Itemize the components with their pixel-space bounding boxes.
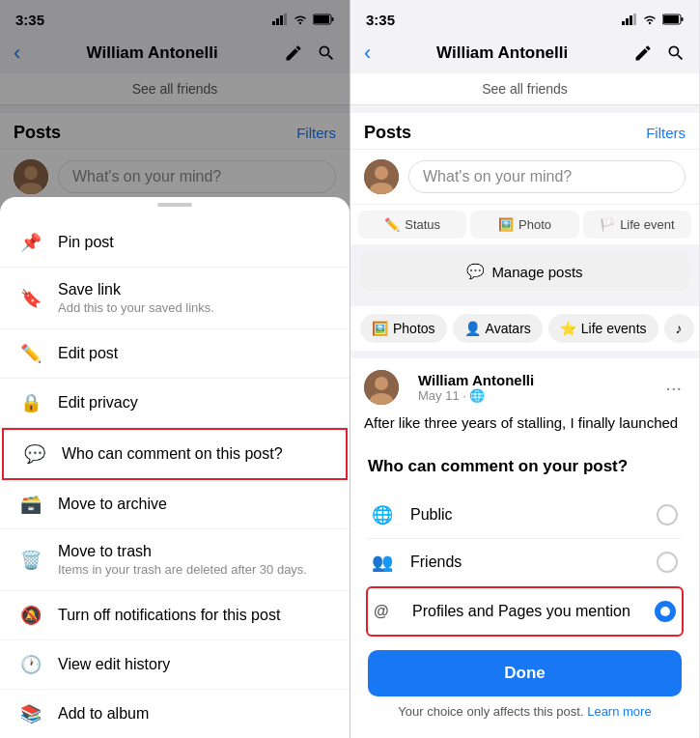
sheet-view-history[interactable]: 🕐 View edit history	[0, 640, 350, 690]
status-icon-right: ✏️	[384, 217, 400, 232]
sheet-handle	[157, 203, 192, 207]
svg-rect-13	[630, 15, 632, 25]
svg-rect-11	[622, 21, 625, 25]
history-icon: 🕐	[17, 654, 44, 675]
edit-post-label: Edit post	[58, 345, 332, 362]
pin-post-label: Pin post	[58, 234, 332, 251]
post-date: May 11 · 🌐	[418, 388, 661, 403]
search-icon-right[interactable]	[666, 43, 686, 63]
comment-dialog: Who can comment on your post? 🌐 Public 👥…	[350, 438, 699, 738]
sheet-add-album[interactable]: 📚 Add to album	[0, 690, 350, 738]
sheet-pin-post[interactable]: 📌 Pin post	[0, 218, 350, 268]
nav-bar-right: ‹ William Antonelli	[350, 35, 699, 73]
mention-icon: @	[374, 603, 401, 620]
post-more-button[interactable]: ···	[661, 377, 686, 399]
radio-friends[interactable]	[657, 552, 678, 573]
life-events-tab-icon: ⭐	[560, 321, 576, 336]
sheet-turn-off-notifications[interactable]: 🔕 Turn off notifications for this post	[0, 591, 350, 640]
filters-link-right[interactable]: Filters	[646, 125, 686, 141]
tab-avatars[interactable]: 👤 Avatars	[453, 314, 543, 343]
pin-icon: 📌	[17, 232, 44, 253]
radio-public[interactable]	[657, 504, 678, 525]
status-btn-right[interactable]: ✏️ Status	[358, 211, 466, 239]
life-event-btn-right[interactable]: 🏳️ Life event	[583, 211, 691, 239]
left-panel: 3:35 ‹ Wil	[0, 0, 350, 738]
notification-off-icon: 🔕	[17, 605, 44, 626]
public-label: Public	[410, 506, 657, 524]
divider-right	[350, 298, 699, 306]
edit-post-icon: ✏️	[17, 343, 44, 364]
move-archive-label: Move to archive	[58, 496, 332, 513]
save-link-text: Save link Add this to your saved links.	[58, 281, 332, 315]
see-all-bar-right[interactable]: See all friends	[350, 73, 699, 105]
battery-icon-right	[662, 14, 684, 25]
friends-label: Friends	[410, 554, 657, 571]
sheet-edit-privacy[interactable]: 🔒 Edit privacy	[0, 379, 350, 428]
manage-posts-icon-right: 💬	[466, 263, 485, 280]
svg-rect-18	[682, 17, 684, 21]
right-panel: 3:35 ‹ William Antonelli	[350, 0, 699, 738]
mind-text-right[interactable]: What's on your mind?	[408, 160, 686, 193]
sheet-move-archive[interactable]: 🗃️ Move to archive	[0, 480, 350, 529]
photos-tab-icon: 🖼️	[372, 321, 388, 336]
nav-title-right: William Antonelli	[436, 43, 568, 63]
whats-on-mind-right[interactable]: What's on your mind?	[350, 149, 699, 204]
post-author-info: William Antonelli May 11 · 🌐	[418, 372, 661, 403]
dialog-option-friends[interactable]: 👥 Friends	[368, 539, 682, 586]
radio-inner	[660, 607, 670, 616]
done-button[interactable]: Done	[368, 650, 682, 696]
sheet-move-trash[interactable]: 🗑️ Move to trash Items in your trash are…	[0, 529, 350, 591]
lock-icon: 🔒	[17, 392, 44, 413]
edit-privacy-label: Edit privacy	[58, 394, 332, 412]
sheet-edit-post[interactable]: ✏️ Edit post	[0, 329, 350, 379]
svg-rect-12	[626, 18, 629, 25]
avatars-tab-icon: 👤	[464, 321, 481, 336]
post-author-name: William Antonelli	[418, 372, 661, 388]
comment-icon: 💬	[21, 443, 48, 465]
media-tabs-row: 🖼️ Photos 👤 Avatars ⭐ Life events ♪	[350, 306, 699, 351]
radio-profiles-pages[interactable]	[655, 601, 676, 622]
svg-point-20	[375, 166, 388, 180]
post-type-row-right: ✏️ Status 🖼️ Photo 🏳️ Life event	[350, 204, 699, 244]
status-bar-right: 3:35	[350, 0, 699, 35]
posts-title-right: Posts	[364, 123, 411, 143]
edit-icon-right[interactable]	[633, 43, 653, 63]
status-icons-right	[622, 14, 684, 25]
svg-rect-14	[633, 14, 636, 25]
music-tab-icon: ♪	[676, 321, 683, 336]
sheet-who-can-comment[interactable]: 💬 Who can comment on this post?	[2, 428, 348, 480]
notifications-label: Turn off notifications for this post	[58, 607, 332, 624]
archive-icon: 🗃️	[17, 494, 44, 515]
tab-music[interactable]: ♪	[664, 314, 694, 343]
sheet-save-link[interactable]: 🔖 Save link Add this to your saved links…	[0, 268, 350, 329]
dialog-footer: Your choice only affects this post. Lear…	[368, 704, 682, 719]
time-right: 3:35	[366, 12, 395, 28]
album-icon: 📚	[17, 703, 44, 724]
public-icon: 🌐	[372, 504, 399, 525]
profiles-pages-label: Profiles and Pages you mention	[412, 603, 655, 620]
tab-photos[interactable]: 🖼️ Photos	[360, 314, 447, 343]
move-trash-text: Move to trash Items in your trash are de…	[58, 543, 332, 577]
bookmark-icon: 🔖	[17, 288, 44, 309]
life-event-icon-right: 🏳️	[600, 217, 615, 232]
post-avatar	[364, 370, 399, 405]
post-author-row: William Antonelli May 11 · 🌐 ···	[364, 370, 686, 405]
manage-posts-btn-right[interactable]: 💬 Manage posts	[360, 252, 689, 291]
trash-icon: 🗑️	[17, 550, 44, 571]
posts-header-right: Posts Filters	[350, 113, 699, 149]
svg-point-23	[375, 377, 388, 390]
dialog-title: Who can comment on your post?	[368, 457, 682, 476]
add-album-label: Add to album	[58, 705, 332, 723]
back-button-right[interactable]: ‹	[364, 41, 371, 66]
history-label: View edit history	[58, 656, 332, 673]
learn-more-link[interactable]: Learn more	[587, 704, 651, 719]
bottom-sheet-left: 📌 Pin post 🔖 Save link Add this to your …	[0, 197, 350, 738]
photo-icon-right: 🖼️	[498, 217, 514, 232]
dialog-option-profiles-pages[interactable]: @ Profiles and Pages you mention	[366, 586, 684, 637]
friends-icon: 👥	[372, 552, 399, 573]
tab-life-events[interactable]: ⭐ Life events	[548, 314, 658, 343]
who-can-comment-label: Who can comment on this post?	[62, 445, 328, 463]
photo-btn-right[interactable]: 🖼️ Photo	[470, 211, 578, 239]
avatar-right	[364, 159, 399, 194]
dialog-option-public[interactable]: 🌐 Public	[368, 492, 682, 539]
